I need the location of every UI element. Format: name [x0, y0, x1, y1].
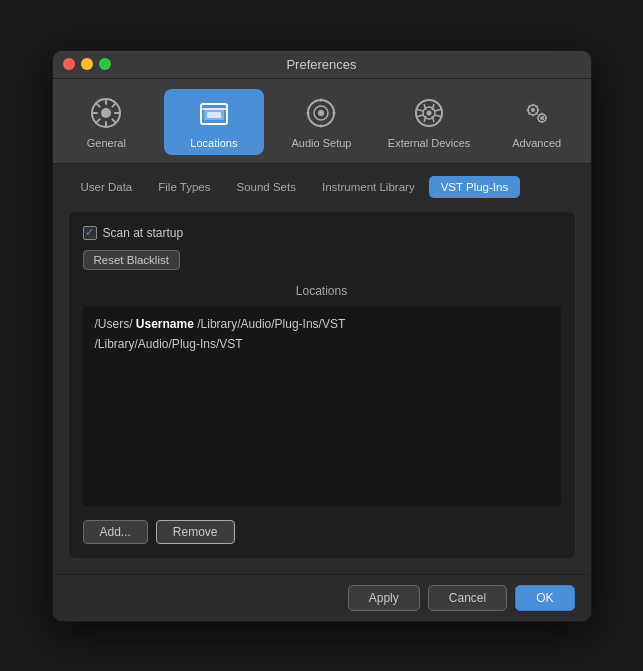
ok-button[interactable]: OK: [515, 585, 574, 611]
vst-plugins-panel: ✓ Scan at startup Reset Blacklist Locati…: [69, 212, 575, 558]
tab-vst-plugins[interactable]: VST Plug-Ins: [429, 176, 521, 198]
external-devices-icon: [411, 95, 447, 131]
svg-point-7: [318, 110, 324, 116]
locations-list: /Users/ Username /Library/Audio/Plug-Ins…: [83, 306, 561, 506]
tab-user-data[interactable]: User Data: [69, 176, 145, 198]
locations-icon: [196, 95, 232, 131]
reset-blacklist-button[interactable]: Reset Blacklist: [83, 250, 180, 270]
apply-button[interactable]: Apply: [348, 585, 420, 611]
location-suffix: /Library/Audio/Plug-Ins/VST: [194, 317, 345, 331]
svg-point-1: [101, 108, 111, 118]
svg-point-10: [307, 111, 310, 114]
minimize-button[interactable]: [81, 58, 93, 70]
titlebar: Preferences: [53, 51, 591, 79]
scan-label: Scan at startup: [103, 226, 184, 240]
toolbar-label-external-devices: External Devices: [388, 137, 471, 149]
locations-header: Locations: [83, 284, 561, 298]
location-text: /Library/Audio/Plug-Ins/VST: [95, 337, 243, 351]
toolbar-item-audio-setup[interactable]: Audio Setup: [272, 89, 372, 155]
tab-sound-sets[interactable]: Sound Sets: [224, 176, 307, 198]
content-area: User Data File Types Sound Sets Instrume…: [53, 164, 591, 574]
tab-file-types[interactable]: File Types: [146, 176, 222, 198]
toolbar-item-general[interactable]: General: [57, 89, 157, 155]
svg-point-9: [320, 124, 323, 127]
toolbar-item-advanced[interactable]: Advanced: [487, 89, 587, 155]
location-prefix: /Users/: [95, 317, 136, 331]
svg-point-11: [333, 111, 336, 114]
checkbox-indicator: ✓: [83, 226, 97, 240]
svg-point-8: [320, 98, 323, 101]
toolbar-item-external-devices[interactable]: External Devices: [379, 89, 479, 155]
general-icon: [88, 95, 124, 131]
close-button[interactable]: [63, 58, 75, 70]
panel-footer: Add... Remove: [83, 520, 561, 544]
window-title: Preferences: [286, 57, 356, 72]
preferences-window: Preferences General: [52, 50, 592, 622]
list-item[interactable]: /Users/ Username /Library/Audio/Plug-Ins…: [91, 314, 553, 334]
list-item[interactable]: /Library/Audio/Plug-Ins/VST: [91, 334, 553, 354]
audio-setup-icon: [303, 95, 339, 131]
svg-rect-4: [207, 112, 221, 118]
tab-instrument-library[interactable]: Instrument Library: [310, 176, 427, 198]
advanced-icon: [519, 95, 555, 131]
svg-point-22: [427, 110, 432, 115]
remove-button[interactable]: Remove: [156, 520, 235, 544]
location-bold: Username: [136, 317, 194, 331]
svg-point-24: [531, 108, 535, 112]
add-button[interactable]: Add...: [83, 520, 148, 544]
toolbar-label-audio-setup: Audio Setup: [292, 137, 352, 149]
locations-section: Locations /Users/ Username /Library/Audi…: [83, 284, 561, 506]
maximize-button[interactable]: [99, 58, 111, 70]
toolbar-label-locations: Locations: [190, 137, 237, 149]
cancel-button[interactable]: Cancel: [428, 585, 507, 611]
toolbar-label-general: General: [87, 137, 126, 149]
tabs-bar: User Data File Types Sound Sets Instrume…: [69, 176, 575, 198]
scan-at-startup-checkbox[interactable]: ✓ Scan at startup: [83, 226, 184, 240]
toolbar-label-advanced: Advanced: [512, 137, 561, 149]
scan-row: ✓ Scan at startup: [83, 226, 561, 240]
window-controls: [63, 58, 111, 70]
toolbar: General Locations: [53, 79, 591, 164]
window-footer: Apply Cancel OK: [53, 574, 591, 621]
toolbar-item-locations[interactable]: Locations: [164, 89, 264, 155]
